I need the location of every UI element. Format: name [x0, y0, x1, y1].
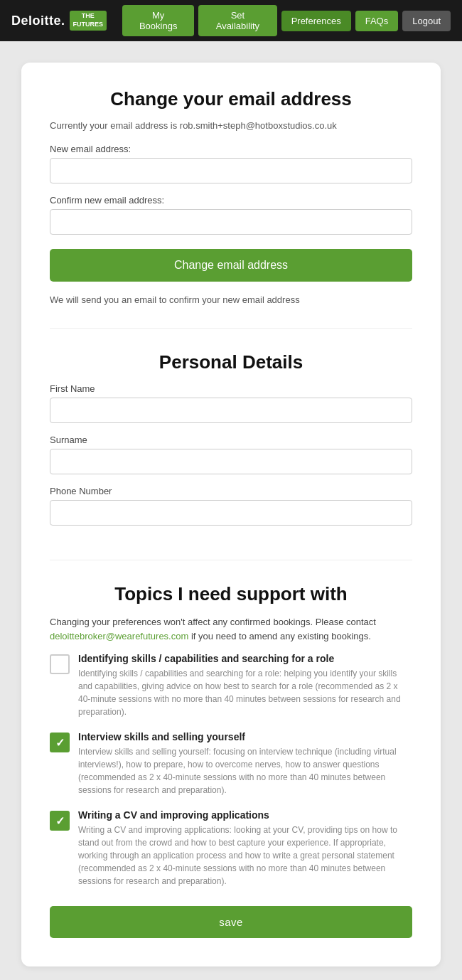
topic-1-checkbox[interactable]	[50, 654, 70, 674]
topics-note: Changing your preferences won't affect a…	[50, 615, 412, 643]
new-email-label: New email address:	[50, 144, 412, 154]
first-name-label: First Name	[50, 383, 412, 394]
current-email-text: Currently your email address is rob.smit…	[50, 120, 412, 131]
personal-details-section: Personal Details First Name Surname Phon…	[50, 351, 412, 537]
nav-preferences[interactable]: Preferences	[281, 11, 351, 31]
main-card: Change your email address Currently your…	[21, 63, 441, 966]
topic-2-checkbox[interactable]	[50, 733, 70, 752]
change-email-button[interactable]: Change email address	[50, 249, 412, 282]
nav-set-availability[interactable]: Set Availability	[198, 5, 276, 36]
new-email-input[interactable]	[50, 158, 412, 183]
phone-label: Phone Number	[50, 486, 412, 496]
nav-my-bookings[interactable]: My Bookings	[122, 5, 194, 36]
topic-2-desc: Interview skills and selling yourself: f…	[78, 745, 412, 797]
topics-title: Topics I need support with	[50, 583, 412, 605]
logo-text: Deloitte.	[11, 14, 65, 28]
save-button[interactable]: save	[50, 906, 412, 938]
email-section: Change your email address Currently your…	[50, 88, 412, 305]
phone-input[interactable]	[50, 500, 412, 526]
topic-item-1: Identifying skills / capabilities and se…	[50, 653, 412, 718]
surname-label: Surname	[50, 435, 412, 445]
page-wrapper: Change your email address Currently your…	[11, 63, 451, 980]
topic-1-name: Identifying skills / capabilities and se…	[78, 653, 412, 664]
navigation: Deloitte. THE FUTURES My Bookings Set Av…	[0, 0, 462, 41]
topic-item-2: Interview skills and selling yourself In…	[50, 731, 412, 797]
topic-1-desc: Identifying skills / capabilities and se…	[78, 667, 412, 718]
email-confirmation-note: We will send you an email to confirm you…	[50, 294, 412, 305]
divider-1	[50, 328, 412, 329]
confirm-email-label: Confirm new email address:	[50, 195, 412, 206]
topic-3-desc: Writing a CV and improving applications:…	[78, 824, 412, 888]
nav-logout[interactable]: Logout	[402, 11, 451, 31]
logo-badge: THE FUTURES	[70, 11, 107, 30]
topic-item-3: Writing a CV and improving applications …	[50, 809, 412, 888]
topics-contact-link[interactable]: deloittebroker@wearefutures.com	[50, 631, 188, 641]
first-name-input[interactable]	[50, 398, 412, 423]
logo: Deloitte. THE FUTURES	[11, 11, 107, 30]
nav-faqs[interactable]: FAQs	[355, 11, 399, 31]
topic-3-name: Writing a CV and improving applications	[78, 809, 412, 821]
personal-details-title: Personal Details	[50, 351, 412, 373]
divider-2	[50, 560, 412, 560]
topic-3-checkbox[interactable]	[50, 811, 70, 831]
topic-2-name: Interview skills and selling yourself	[78, 731, 412, 742]
email-section-title: Change your email address	[50, 88, 412, 110]
surname-input[interactable]	[50, 449, 412, 474]
topics-section: Topics I need support with Changing your…	[50, 583, 412, 938]
confirm-email-input[interactable]	[50, 209, 412, 235]
